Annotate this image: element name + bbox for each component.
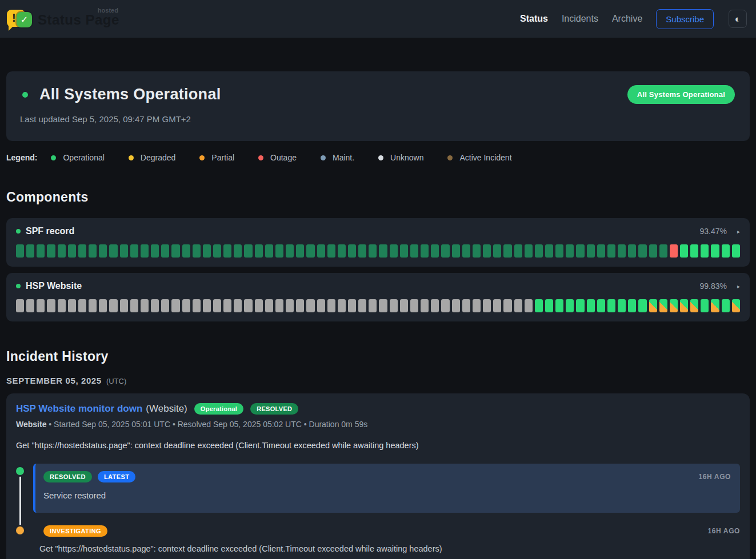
uptime-bar [234,244,242,258]
uptime-bar [618,244,626,258]
uptime-bar [26,244,34,258]
uptime-bar [223,299,231,312]
components-heading: Components [6,190,750,205]
uptime-bar [701,244,709,258]
logo[interactable]: ! ✓ hosted Status Page [7,6,119,32]
uptime-bar [628,244,636,258]
incident-history-heading: Incident History [6,349,750,364]
incident-title-link[interactable]: HSP Website monitor down [16,403,142,415]
component-card-spf-record: SPF record93.47%▸ [6,218,750,267]
uptime-bar [275,244,283,258]
incident-meta-details: • Started Sep 05, 2025 05:01 UTC • Resol… [46,420,367,429]
uptime-bar [286,244,294,258]
uptime-bar [171,244,179,258]
update-timestamp: 16H AGO [699,473,731,481]
legend-dot-maint [321,155,326,160]
legend-dot-operational [51,155,56,160]
uptime-bar [234,299,242,312]
uptime-bar [348,244,356,258]
status-title: All Systems Operational [39,86,221,103]
uptime-bar [265,244,273,258]
legend-item-maint: Maint. [321,153,354,162]
legend-dot-partial [199,155,205,160]
component-row-toggle[interactable]: SPF record93.47%▸ [16,226,740,236]
legend-label: Legend: [6,153,37,162]
uptime-bar [421,244,429,258]
uptime-bar [120,244,128,258]
uptime-bar [441,299,449,312]
uptime-bar [78,244,86,258]
uptime-bar [649,244,657,258]
uptime-bar [68,299,76,312]
uptime-bar [317,244,325,258]
uptime-bar [37,299,45,312]
uptime-bar [711,244,719,258]
uptime-bar [99,244,107,258]
uptime-bar [26,299,34,312]
brand: hosted Status Page [38,7,119,28]
status-badge: All Systems Operational [627,85,735,104]
uptime-bar [255,244,263,258]
uptime-bar [68,244,76,258]
uptime-bars [16,244,740,258]
component-row-toggle[interactable]: HSP Website99.83%▸ [16,281,740,291]
uptime-bar [89,244,97,258]
uptime-bar [722,244,730,258]
uptime-bar [213,244,221,258]
uptime-bar [597,244,605,258]
uptime-bar [545,244,553,258]
uptime-bar [525,299,533,312]
theme-toggle-button[interactable]: ◐ [729,10,747,28]
incident-component-suffix: (Website) [146,403,187,415]
uptime-bar [255,299,263,312]
uptime-bar [555,244,563,258]
uptime-bar [587,244,595,258]
legend-item-label: Active Incident [459,153,511,162]
nav-incidents[interactable]: Incidents [562,14,598,24]
legend-item-label: Outage [270,153,297,162]
subscribe-button[interactable]: Subscribe [656,9,714,29]
uptime-bar [306,299,314,312]
update-text: Service restored [43,490,731,500]
uptime-bar [431,244,439,258]
uptime-bar [379,244,387,258]
uptime-bar [566,244,574,258]
incident-date: SEPTEMBER 05, 2025 [6,376,102,385]
uptime-bar [597,299,605,312]
main-nav: StatusIncidentsArchive Subscribe ◐ [520,9,747,29]
status-page-logo-icon: ! ✓ [7,7,33,32]
uptime-bar [286,299,294,312]
uptime-bar [462,244,470,258]
uptime-bar [722,299,730,312]
uptime-bar [680,299,688,312]
uptime-bar [680,244,688,258]
uptime-bar [545,299,553,312]
incident-card: HSP Website monitor down (Website) Opera… [6,393,750,559]
incident-badge-operational: Operational [194,403,243,415]
incident-update-resolved: RESOLVED LATEST 16H AGO Service restored [16,464,740,513]
uptime-bar [732,299,740,312]
nav-status[interactable]: Status [520,14,548,24]
components-list: SPF record93.47%▸HSP Website99.83%▸ [6,218,750,321]
uptime-bar [535,299,543,312]
incident-date-timezone: (UTC) [106,377,126,385]
component-status-dot [16,284,21,288]
uptime-bar [400,244,408,258]
component-status-dot [16,229,21,234]
uptime-bar [244,299,252,312]
uptime-bar [348,299,356,312]
nav-archive[interactable]: Archive [612,14,642,24]
incident-date-heading: SEPTEMBER 05, 2025 (UTC) [6,376,750,385]
update-text: Get "https://hostedstatus.page": context… [16,544,740,553]
uptime-bar [327,244,335,258]
uptime-bar [452,299,460,312]
uptime-bar [732,244,740,258]
uptime-bar [193,299,201,312]
uptime-bar [37,244,45,258]
uptime-bar [16,299,24,312]
uptime-bar [690,244,698,258]
uptime-bar [327,299,335,312]
uptime-bar [120,299,128,312]
contrast-icon: ◐ [735,14,741,24]
uptime-bar [576,244,584,258]
